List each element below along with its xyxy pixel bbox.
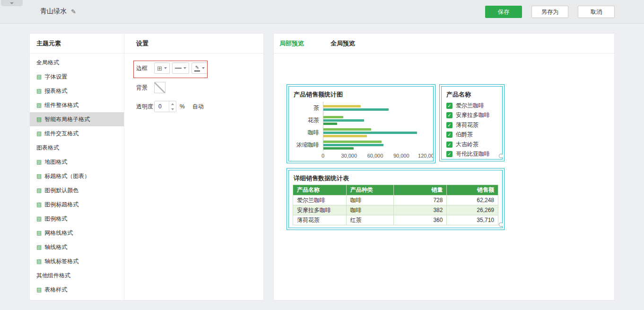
table-cell: 728 [393, 195, 447, 205]
table-icon: ▤ [36, 102, 42, 108]
theme-elements-title: 主题元素 [36, 39, 61, 48]
sidebar-item[interactable]: ▤轴线标签格式 [30, 254, 124, 268]
bar-group [323, 126, 427, 139]
table-icon: ▤ [36, 88, 42, 94]
filter-item-label: 薄荷花茶 [456, 121, 479, 129]
table-cell: 咖啡 [346, 205, 393, 215]
sidebar-item-label: 智能布局格子格式 [44, 115, 90, 124]
filter-checkbox-item: ✓伯爵茶 [446, 130, 502, 140]
background-color-swatch[interactable] [154, 82, 165, 93]
spinner-down-icon[interactable] [169, 106, 176, 112]
preview-tabs: 局部预览 全局预览 [274, 34, 614, 53]
checkbox-checked-icon[interactable]: ✓ [446, 132, 453, 138]
table-cell: 62,248 [447, 195, 498, 205]
sidebar-item[interactable]: ▤地图格式 [30, 155, 124, 169]
percent-label: % [180, 103, 185, 110]
table-cell: 爱尔兰咖啡 [293, 195, 347, 205]
bar-chart-row: 茶 [293, 102, 427, 114]
sales-table-widget[interactable]: 详细销售数据统计表 产品名称产品种类销量销售额 爱尔兰咖啡咖啡72862,248… [287, 168, 505, 230]
bar [323, 105, 361, 107]
border-label: 边框 [136, 64, 154, 72]
tab-partial-preview[interactable]: 局部预览 [279, 39, 304, 48]
bar [323, 147, 354, 150]
sidebar-section-item[interactable]: 图表格式 [30, 141, 124, 155]
bar-chart-row: 浓缩咖啡 [293, 139, 427, 151]
settings-title: 设置 [136, 39, 148, 48]
sidebar-item[interactable]: ▤字体设置 [30, 70, 124, 84]
document-title-group: 青山绿水 ✎ [40, 7, 76, 16]
bar-chart-row: 花茶 [293, 114, 427, 126]
bar-group [323, 139, 427, 151]
resize-handle-icon[interactable] [499, 222, 503, 227]
sidebar-section-item[interactable]: 其他组件格式 [30, 268, 124, 283]
sidebar-item[interactable]: ▤报表格式 [30, 84, 124, 98]
sidebar-item[interactable]: ▤标题格式（图表） [30, 169, 124, 183]
table-cell: 35,710 [447, 215, 498, 225]
document-title: 青山绿水 [40, 7, 67, 16]
checkbox-checked-icon[interactable]: ✓ [446, 122, 453, 128]
bar-chart-rows: 茶花茶咖啡浓缩咖啡 [293, 102, 427, 151]
category-label: 花茶 [293, 116, 323, 124]
theme-editor-panel: 主题元素 全局格式▤字体设置▤报表格式▤组件整体格式▤智能布局格子格式▤组件交互… [29, 33, 264, 301]
border-style-dropdown[interactable]: ⊞ [154, 62, 170, 74]
table-cell: 382 [393, 205, 447, 215]
preview-area: 产品销售额统计图 茶花茶咖啡浓缩咖啡 030,00060,00090,00012… [274, 53, 614, 300]
sidebar-item[interactable]: ▤图例标题格式 [30, 197, 124, 212]
bar [323, 128, 371, 131]
sidebar-item[interactable]: ▤表格样式 [30, 283, 124, 297]
column-header: 销量 [393, 185, 447, 195]
opacity-input-group [154, 101, 176, 112]
sidebar-item[interactable]: ▤图例格式 [30, 212, 124, 226]
checkbox-checked-icon[interactable]: ✓ [446, 151, 453, 157]
sidebar-item[interactable]: ▤图例默认颜色 [30, 183, 124, 197]
sidebar-section-item[interactable]: 全局格式 [30, 55, 124, 70]
sidebar-item[interactable]: ▤轴线格式 [30, 240, 124, 254]
x-tick-label: 120,000 [418, 153, 434, 159]
table-icon: ▤ [36, 159, 42, 165]
collapse-panel-tab[interactable] [1, 0, 23, 6]
x-tick-label: 30,000 [341, 153, 357, 159]
opacity-label: 透明度 [136, 103, 154, 111]
table-row: 爱尔兰咖啡咖啡72862,248 [293, 195, 498, 205]
auto-option[interactable]: 自动 [192, 103, 204, 111]
bar-group [323, 114, 427, 126]
border-line-style-dropdown[interactable] [172, 62, 189, 74]
table-icon: ▤ [36, 216, 42, 221]
x-tick-label: 60,000 [367, 153, 383, 159]
checkbox-checked-icon[interactable]: ✓ [446, 112, 453, 118]
filter-checkbox-item: ✓安摩拉多咖啡 [446, 111, 502, 121]
product-name-filter-widget[interactable]: 产品名称 ✓爱尔兰咖啡✓安摩拉多咖啡✓薄荷花茶✓伯爵茶✓大吉岭茶✓哥伦比亚咖啡 [439, 84, 505, 161]
opacity-input[interactable] [155, 101, 169, 112]
resize-handle-icon[interactable] [499, 154, 503, 158]
filter-checkbox-item: ✓大吉岭茶 [446, 140, 502, 150]
category-label: 浓缩咖啡 [293, 141, 323, 149]
table-row: 安摩拉多咖啡咖啡38226,269 [293, 205, 498, 215]
bar-chart-widget[interactable]: 产品销售额统计图 茶花茶咖啡浓缩咖啡 030,00060,00090,00012… [287, 84, 435, 163]
settings-column: 设置 边框 ⊞ ✎ 背 [124, 34, 263, 300]
checkbox-checked-icon[interactable]: ✓ [446, 103, 453, 109]
bar-chart-row: 咖啡 [293, 126, 427, 139]
tab-global-preview[interactable]: 全局预览 [331, 39, 355, 48]
cancel-button[interactable]: 取消 [578, 6, 615, 18]
edit-title-icon[interactable]: ✎ [71, 8, 76, 15]
checkbox-checked-icon[interactable]: ✓ [446, 142, 453, 148]
table-icon: ▤ [36, 116, 42, 122]
save-as-button[interactable]: 另存为 [531, 6, 568, 18]
sidebar-item[interactable]: ▤网格线格式 [30, 226, 124, 240]
table-header-row: 产品名称产品种类销量销售额 [293, 185, 498, 195]
sidebar-item[interactable]: ▤智能布局格子格式 [30, 112, 124, 126]
bar [323, 116, 343, 118]
sidebar-item[interactable]: ▤组件交互格式 [30, 126, 124, 141]
bar-chart-widget-border: 产品销售额统计图 茶花茶咖啡浓缩咖啡 030,00060,00090,00012… [288, 86, 434, 161]
filter-checkbox-item: ✓哥伦比亚咖啡 [446, 150, 502, 159]
save-button[interactable]: 保存 [485, 6, 522, 18]
border-color-dropdown[interactable]: ✎ [191, 62, 208, 74]
table-cell: 薄荷花茶 [293, 215, 347, 225]
background-setting-row: 背景 [136, 82, 263, 93]
sidebar-item[interactable]: ▤组件整体格式 [30, 98, 124, 112]
table-icon: ▤ [36, 230, 42, 236]
sidebar-item-label: 标题格式（图表） [44, 172, 90, 180]
bar [323, 135, 367, 137]
spinner-up-icon[interactable] [169, 101, 176, 106]
table-icon: ▤ [36, 173, 42, 179]
